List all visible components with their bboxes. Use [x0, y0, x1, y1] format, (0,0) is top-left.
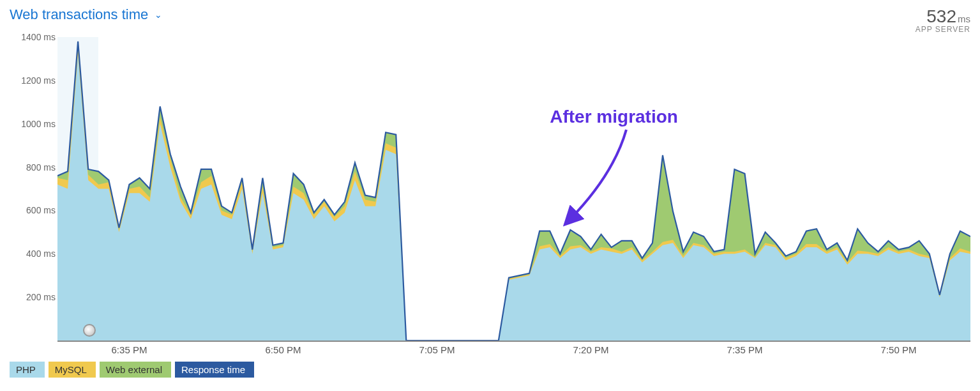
x-tick: 7:05 PM: [419, 344, 455, 355]
metric-value: 532: [926, 6, 956, 26]
y-axis: 200 ms400 ms600 ms800 ms1000 ms1200 ms14…: [10, 37, 56, 341]
legend-item-mysql[interactable]: MySQL: [49, 362, 96, 378]
annotation-text: After migration: [550, 107, 678, 126]
x-tick: 7:50 PM: [881, 344, 917, 355]
x-tick: 7:20 PM: [573, 344, 609, 355]
metric-label: APP SERVER: [916, 25, 970, 34]
x-tick: 6:35 PM: [112, 344, 147, 355]
annotation-label: After migration: [550, 107, 678, 127]
legend-item-php[interactable]: PHP: [10, 362, 45, 378]
x-axis: 6:35 PM6:50 PM7:05 PM7:20 PM7:35 PM7:50 …: [57, 342, 970, 358]
y-tick: 1400 ms: [21, 32, 56, 42]
y-tick: 1000 ms: [21, 119, 56, 129]
y-tick: 600 ms: [26, 205, 56, 215]
chart-title[interactable]: Web transactions time ⌄: [10, 6, 162, 23]
chart-area: 200 ms400 ms600 ms800 ms1000 ms1200 ms14…: [10, 37, 970, 358]
chevron-down-icon: ⌄: [155, 10, 162, 20]
y-tick: 200 ms: [26, 292, 56, 302]
x-tick: 7:35 PM: [727, 344, 763, 355]
legend-item-web-external[interactable]: Web external: [100, 362, 171, 378]
annotation-arrow-icon: [562, 130, 633, 232]
y-tick: 400 ms: [26, 249, 56, 259]
chart-svg: [57, 37, 970, 341]
y-tick: 1200 ms: [21, 75, 56, 86]
legend: PHP MySQL Web external Response time: [10, 362, 970, 378]
x-tick: 6:50 PM: [266, 344, 301, 355]
legend-item-response-time[interactable]: Response time: [175, 362, 254, 378]
y-tick: 800 ms: [26, 162, 56, 172]
headline-metric: 532ms APP SERVER: [916, 6, 970, 34]
chart-title-text: Web transactions time: [10, 6, 148, 23]
metric-unit: ms: [958, 13, 970, 24]
plot[interactable]: After migration: [57, 37, 970, 342]
